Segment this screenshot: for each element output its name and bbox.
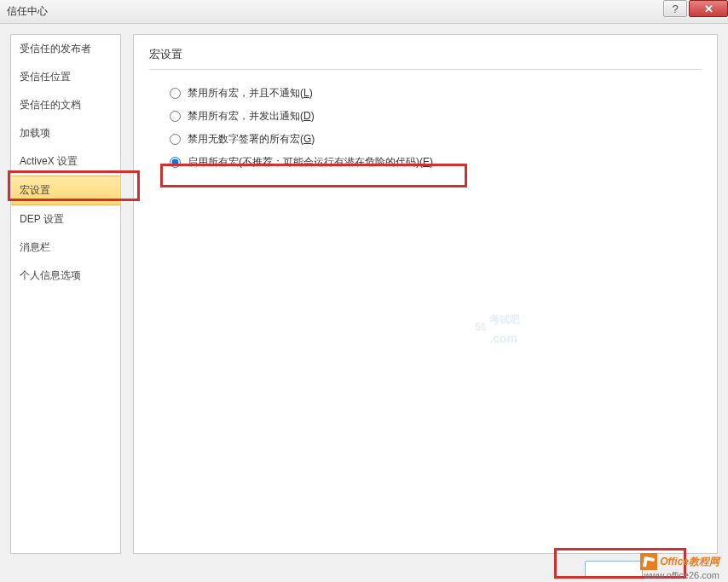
sidebar-item-privacy[interactable]: 个人信息选项 [11,262,120,290]
sidebar-item-trusted-locations[interactable]: 受信任位置 [11,63,120,91]
watermark: 56 考试吧 .com [475,308,520,347]
radio-label: 禁用所有宏，并发出通知(D) [188,109,315,124]
titlebar-buttons: ? ✕ [663,0,728,19]
window-title: 信任中心 [7,4,48,19]
radio-label: 禁用所有宏，并且不通知(L) [188,86,313,101]
macro-radio-group: 禁用所有宏，并且不通知(L) 禁用所有宏，并发出通知(D) 禁用无数字签署的所有… [149,82,702,174]
radio-input-disable-notify[interactable] [170,111,181,122]
radio-label: 启用所有宏(不推荐；可能会运行有潜在危险的代码)(E) [188,155,433,170]
sidebar-item-message-bar[interactable]: 消息栏 [11,233,120,262]
sidebar-item-macro-settings[interactable]: 宏设置 [11,176,120,205]
radio-input-disable-unsigned[interactable] [170,134,181,145]
radio-disable-no-notify[interactable]: 禁用所有宏，并且不通知(L) [170,82,702,105]
brand-url: www.office26.com [640,570,719,580]
sidebar-item-activex[interactable]: ActiveX 设置 [11,147,120,176]
close-button[interactable]: ✕ [689,0,728,17]
sidebar-item-addins[interactable]: 加载项 [11,119,120,147]
radio-input-enable-all[interactable] [170,157,181,168]
brand-watermark: Office教程网 www.office26.com [640,553,719,580]
sidebar-item-trusted-documents[interactable]: 受信任的文档 [11,91,120,119]
radio-disable-unsigned[interactable]: 禁用无数字签署的所有宏(G) [170,128,702,151]
sidebar: 受信任的发布者 受信任位置 受信任的文档 加载项 ActiveX 设置 宏设置 … [10,34,121,554]
brand-name: Office教程网 [660,555,719,569]
section-title: 宏设置 [149,47,702,70]
office-icon [640,553,657,570]
radio-label: 禁用无数字签署的所有宏(G) [188,132,315,147]
main-panel: 宏设置 禁用所有宏，并且不通知(L) 禁用所有宏，并发出通知(D) 禁用无数字签… [133,34,718,554]
sidebar-item-dep[interactable]: DEP 设置 [11,205,120,233]
titlebar: 信任中心 ? ✕ [0,0,728,24]
ok-button-partial[interactable] [585,561,643,579]
sidebar-item-trusted-publishers[interactable]: 受信任的发布者 [11,35,120,63]
radio-disable-notify[interactable]: 禁用所有宏，并发出通知(D) [170,105,702,128]
radio-input-disable-no-notify[interactable] [170,88,181,99]
radio-enable-all[interactable]: 启用所有宏(不推荐；可能会运行有潜在危险的代码)(E) [170,151,702,174]
help-button[interactable]: ? [663,0,687,17]
